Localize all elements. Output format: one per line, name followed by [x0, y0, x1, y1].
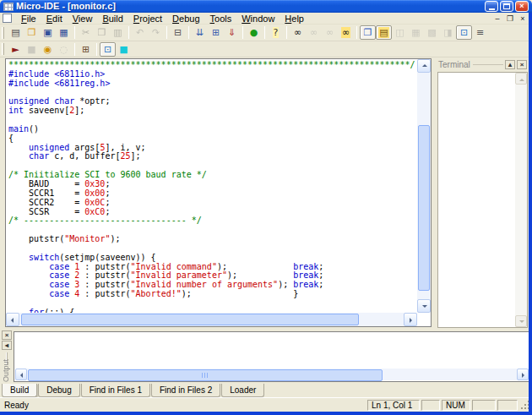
cut-button: ✂	[78, 25, 94, 40]
maximize-button[interactable]	[500, 1, 513, 12]
terminal-shade-button[interactable]: ▴	[505, 60, 515, 69]
menu-file[interactable]: File	[16, 13, 41, 25]
program-flash-button[interactable]: ⇓	[224, 25, 240, 40]
output-horizontal-scrollbar[interactable]	[15, 369, 529, 380]
mdi-minimize-button[interactable]: –	[491, 14, 503, 24]
undo-icon: ↶	[135, 27, 144, 38]
mdi-close-button[interactable]: ×	[517, 14, 529, 24]
call-stack-window-icon: ◨	[442, 27, 453, 38]
terminal-title-bar[interactable]: Terminal ▴ ×	[437, 57, 529, 71]
debug-start-icon: ►	[11, 44, 19, 55]
menu-items: FileEditViewBuildProjectDebugToolsWindow…	[16, 13, 491, 25]
app-window: Micro-IDE - [monitor.c] × FileEditViewBu…	[0, 0, 532, 415]
editor-vertical-scrollbar[interactable]	[417, 59, 431, 313]
terminal-settings-button[interactable]: ■	[116, 42, 132, 57]
debug-toolbar: ►■◉◌⊞⊡■	[0, 41, 532, 57]
minimize-icon	[489, 8, 495, 10]
toolbar-separator	[166, 26, 167, 39]
tab-debug[interactable]: Debug	[38, 384, 79, 397]
terminal-window-button[interactable]: ⊡	[456, 25, 472, 40]
editor-horizontal-scrollbar[interactable]	[6, 313, 417, 326]
mdi-restore-button[interactable]: ❐	[504, 14, 516, 24]
scroll-right-button[interactable]	[517, 369, 529, 380]
workspace-view-button[interactable]: ❐	[360, 25, 376, 40]
toolbar-grip[interactable]	[2, 27, 4, 39]
workspace-view-icon: ❐	[363, 27, 373, 38]
scroll-down-button[interactable]	[515, 315, 527, 327]
new-file-icon: ▤	[10, 27, 20, 38]
code-line: #include <6811reg.h>	[8, 79, 417, 89]
menu-tools[interactable]: Tools	[205, 13, 237, 25]
toolbar-grip[interactable]	[2, 43, 4, 55]
terminal-panel: Terminal ▴ ×	[437, 57, 529, 328]
replace-button: ∞	[322, 25, 338, 40]
find-next-button: ∞	[306, 25, 322, 40]
find-next-icon: ∞	[309, 27, 318, 38]
terminal-content[interactable]	[437, 72, 528, 328]
minimize-button[interactable]	[485, 1, 498, 12]
code-text-area[interactable]: ****************************************…	[6, 59, 417, 313]
cut-icon: ✂	[81, 27, 90, 38]
build-button[interactable]: ⊞	[208, 25, 224, 40]
new-file-button[interactable]: ▤	[8, 25, 24, 40]
output-tabs-bar: BuildDebugFind in Files 1Find in Files 2…	[2, 384, 532, 397]
toggle-breakpoint-icon: ◉	[43, 44, 53, 55]
tab-build[interactable]: Build	[2, 384, 37, 397]
register-window-button: ▦	[408, 25, 424, 40]
menu-debug[interactable]: Debug	[167, 13, 204, 25]
code-line: main()	[8, 125, 417, 134]
toggle-breakpoint-button[interactable]: ◉	[40, 42, 56, 57]
terminal-scrollbar[interactable]	[515, 73, 527, 327]
code-editor[interactable]: ****************************************…	[5, 58, 432, 327]
horizontal-scroll-thumb[interactable]	[28, 369, 383, 381]
serial-terminal-button[interactable]: ⊡	[100, 42, 116, 57]
save-all-button[interactable]: ▦	[56, 25, 72, 40]
output-pin-button[interactable]: ◂	[2, 341, 12, 350]
menu-window[interactable]: Window	[236, 13, 280, 25]
remove-breakpoints-icon: ◌	[59, 44, 69, 55]
help-button[interactable]: ?	[268, 25, 284, 40]
build-icon: ⊞	[211, 27, 220, 38]
flash-programmer-button[interactable]: ⊞	[78, 42, 94, 57]
menu-build[interactable]: Build	[97, 13, 128, 25]
file-view-button[interactable]: ▤	[376, 25, 392, 40]
open-file-button[interactable]: ❐	[24, 25, 40, 40]
save-file-button[interactable]: ▣	[40, 25, 56, 40]
scroll-left-button[interactable]	[6, 313, 19, 326]
tab-find-in-files-1[interactable]: Find in Files 1	[81, 384, 150, 397]
debug-stop-icon: ■	[26, 44, 36, 55]
find-button[interactable]: ∞	[290, 25, 306, 40]
vertical-scroll-thumb[interactable]	[418, 125, 430, 291]
run-button[interactable]: ●	[246, 25, 262, 40]
scroll-left-button[interactable]	[15, 369, 27, 380]
horizontal-scroll-thumb[interactable]	[21, 314, 359, 325]
scroll-right-button[interactable]	[404, 313, 417, 326]
output-window-button[interactable]: ≡	[472, 25, 488, 40]
compile-icon: ⇊	[195, 27, 204, 38]
menu-view[interactable]: View	[68, 13, 98, 25]
debug-start-button[interactable]: ►	[8, 42, 24, 57]
print-button[interactable]: ⊟	[170, 25, 186, 40]
output-window-icon: ≡	[475, 27, 485, 38]
file-view-icon: ▤	[378, 27, 388, 38]
tab-find-in-files-2[interactable]: Find in Files 2	[151, 384, 220, 397]
close-button[interactable]: ×	[515, 1, 529, 12]
output-panel: × ◂ Output	[0, 330, 532, 384]
menu-edit[interactable]: Edit	[41, 13, 68, 25]
output-close-button[interactable]: ×	[2, 330, 12, 340]
output-content[interactable]	[14, 331, 530, 382]
remove-breakpoints-button: ◌	[56, 42, 72, 57]
window-title: Micro-IDE - [monitor.c]	[16, 0, 485, 13]
terminal-close-button[interactable]: ×	[517, 60, 527, 69]
status-panel	[497, 400, 518, 411]
menu-help[interactable]: Help	[280, 13, 309, 25]
status-panels: Ln 1, Col 1NUM	[367, 400, 518, 411]
scroll-up-button[interactable]	[417, 59, 431, 73]
tab-loader[interactable]: Loader	[221, 384, 264, 397]
scroll-down-button[interactable]	[417, 299, 431, 313]
scroll-up-button[interactable]	[515, 73, 527, 85]
find-in-files-button[interactable]: ∞	[338, 25, 354, 40]
document-icon[interactable]	[3, 14, 12, 23]
menu-project[interactable]: Project	[128, 13, 167, 25]
compile-button[interactable]: ⇊	[192, 25, 208, 40]
